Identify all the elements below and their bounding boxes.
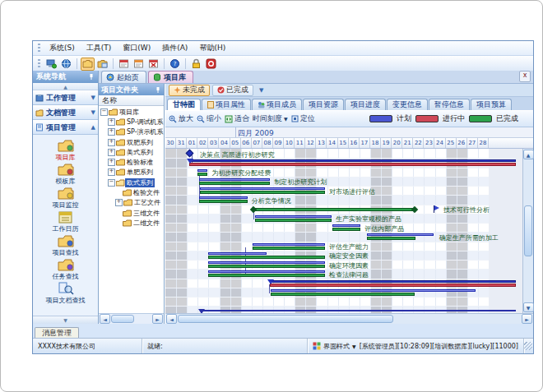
sidebar-scroll-up[interactable]: ▲ xyxy=(33,83,98,90)
project-active-bar[interactable] xyxy=(189,163,516,166)
expand-icon[interactable]: + xyxy=(108,149,115,156)
filter-more-chevron[interactable]: ▼ xyxy=(259,87,263,94)
task-plan-bar[interactable] xyxy=(199,178,270,181)
zoom-out-button[interactable]: 缩小 xyxy=(197,113,221,124)
scroll-up-icon[interactable]: ▲ xyxy=(523,150,534,159)
resize-grip[interactable] xyxy=(524,342,532,350)
task-done-bar[interactable] xyxy=(367,237,415,240)
expand-icon[interactable]: + xyxy=(115,199,123,206)
phase-summary-line[interactable] xyxy=(201,310,516,311)
task-done-bar[interactable] xyxy=(199,182,270,185)
tree-item[interactable]: 三维文件 xyxy=(99,208,164,218)
messages-tab[interactable]: 消息管理 xyxy=(35,327,79,339)
scroll-thumb[interactable] xyxy=(524,205,532,256)
folder-open-icon[interactable] xyxy=(81,58,95,71)
tree-horizontal-scrollbar[interactable]: ◄ ► xyxy=(99,313,164,324)
tab-project-members[interactable]: 项目成员 xyxy=(252,99,302,110)
scroll-thumb[interactable] xyxy=(178,315,393,323)
task-done-bar[interactable] xyxy=(208,256,324,259)
task-plan-bar[interactable] xyxy=(200,187,325,190)
sidebar-item-6[interactable]: 任务查找 xyxy=(33,257,98,281)
task-done-bar[interactable] xyxy=(208,265,324,268)
tree-item[interactable]: +工艺文件 xyxy=(99,198,164,208)
expand-icon[interactable]: + xyxy=(108,128,115,136)
sidebar-section-project[interactable]: 项目管理 ▲ xyxy=(33,120,98,135)
task-plan-bar[interactable] xyxy=(197,169,207,172)
expand-icon[interactable]: + xyxy=(108,168,115,176)
task-plan-bar[interactable] xyxy=(208,270,324,273)
tree-item[interactable]: 二维文件 xyxy=(99,218,164,228)
calendar-close-icon[interactable] xyxy=(146,58,160,71)
calendar-red-icon[interactable] xyxy=(117,58,131,71)
project-active-bar[interactable] xyxy=(270,284,516,287)
tree-item[interactable]: +SP-演示机系 xyxy=(99,127,164,137)
sidebar-section-work[interactable]: 工作管理 ▼ xyxy=(33,90,98,105)
tab-gantt-chart[interactable]: 甘特图 xyxy=(167,99,201,110)
project-plan-bar[interactable] xyxy=(270,280,516,283)
sidebar-item-1[interactable]: 项目库 xyxy=(33,138,98,162)
gantt-vertical-scrollbar[interactable]: ▲ ▼ xyxy=(522,149,533,313)
time-scale-dropdown[interactable]: 时间刻度 ▼ xyxy=(253,113,288,124)
tree-item[interactable]: +SP-调试机系 xyxy=(99,117,164,127)
scroll-right-icon[interactable]: ► xyxy=(152,314,163,324)
task-done-bar[interactable] xyxy=(255,219,332,222)
expand-icon[interactable]: + xyxy=(108,139,115,146)
sidebar-item-7[interactable]: 项目文档查找 xyxy=(33,281,98,305)
filter-finished-button[interactable]: 已完成 xyxy=(212,85,253,96)
sidebar-item-5[interactable]: 项目查找 xyxy=(33,233,98,257)
locate-button[interactable]: 定位 xyxy=(291,113,315,124)
sidebar-section-document[interactable]: 文档管理 ▼ xyxy=(33,105,98,120)
sidebar-item-3[interactable]: 项目监控 xyxy=(33,186,98,210)
tab-project-properties[interactable]: 项目属性 xyxy=(202,99,251,110)
menu-help[interactable]: 帮助(H) xyxy=(193,42,231,54)
lock-icon[interactable] xyxy=(189,58,203,71)
gantt-horizontal-scrollbar[interactable]: ◄ ► xyxy=(165,313,533,324)
menu-tools[interactable]: 工具(T) xyxy=(81,42,118,54)
zoom-in-button[interactable]: 放大 xyxy=(169,113,193,124)
task-plan-bar[interactable] xyxy=(271,289,476,292)
tree-item[interactable]: −项目库 xyxy=(99,107,164,117)
tab-pause-info[interactable]: 暂停信息 xyxy=(429,99,470,110)
system-icon[interactable] xyxy=(44,58,58,71)
scroll-right-icon[interactable]: ► xyxy=(522,314,532,324)
scroll-left-icon[interactable]: ◄ xyxy=(166,314,177,324)
task-done-bar[interactable] xyxy=(332,228,360,231)
sidebar-item-4[interactable]: 工作日历 xyxy=(33,210,98,233)
tree-item[interactable]: +美式系列 xyxy=(99,147,164,157)
menu-system[interactable]: 系统(S) xyxy=(44,42,81,54)
task-done-bar[interactable] xyxy=(253,247,325,250)
scroll-thumb[interactable] xyxy=(111,315,134,323)
tree-item[interactable]: +双肥系列 xyxy=(99,137,164,147)
task-done-bar[interactable] xyxy=(271,293,414,296)
project-plan-bar[interactable] xyxy=(189,159,516,162)
collapse-icon[interactable]: − xyxy=(100,108,108,116)
task-done-bar[interactable] xyxy=(208,274,324,277)
tree-item[interactable]: +检验标准 xyxy=(99,157,164,167)
sidebar-scroll-down[interactable]: ▼ xyxy=(33,316,98,324)
task-done-bar[interactable] xyxy=(199,200,248,203)
task-plan-bar[interactable] xyxy=(208,261,324,264)
task-plan-bar[interactable] xyxy=(367,233,434,236)
task-done-bar[interactable] xyxy=(197,173,207,176)
task-plan-bar[interactable] xyxy=(253,243,325,246)
expand-icon[interactable]: + xyxy=(108,118,115,126)
task-done-bar[interactable] xyxy=(200,191,325,194)
calendar-edit-icon[interactable] xyxy=(132,58,146,71)
sidebar-item-2[interactable]: 模板库 xyxy=(33,162,98,186)
exit-icon[interactable] xyxy=(204,58,218,71)
ui-style-button[interactable]: 界面样式 ▼ [系统管理员][10:28:09][培训数据库][lucky][1… xyxy=(308,339,524,353)
tab-project-library[interactable]: 项目库 xyxy=(148,71,193,83)
web-icon[interactable] xyxy=(59,58,73,71)
help-icon[interactable]: ? xyxy=(168,58,182,71)
collapse-icon[interactable]: − xyxy=(108,179,115,187)
tree-item[interactable]: +单肥系列 xyxy=(99,168,164,178)
filter-unfinished-button[interactable]: 未完成 xyxy=(169,85,210,96)
pin-icon[interactable] xyxy=(154,86,161,94)
summary-done-bar[interactable] xyxy=(253,208,414,211)
close-tab-button[interactable]: x xyxy=(519,71,531,82)
task-plan-bar[interactable] xyxy=(332,224,360,227)
tree-item[interactable]: 检验文件 xyxy=(99,187,164,197)
task-plan-bar[interactable] xyxy=(208,252,267,255)
tab-change-info[interactable]: 变更信息 xyxy=(387,99,428,110)
expand-icon[interactable]: + xyxy=(108,159,115,166)
